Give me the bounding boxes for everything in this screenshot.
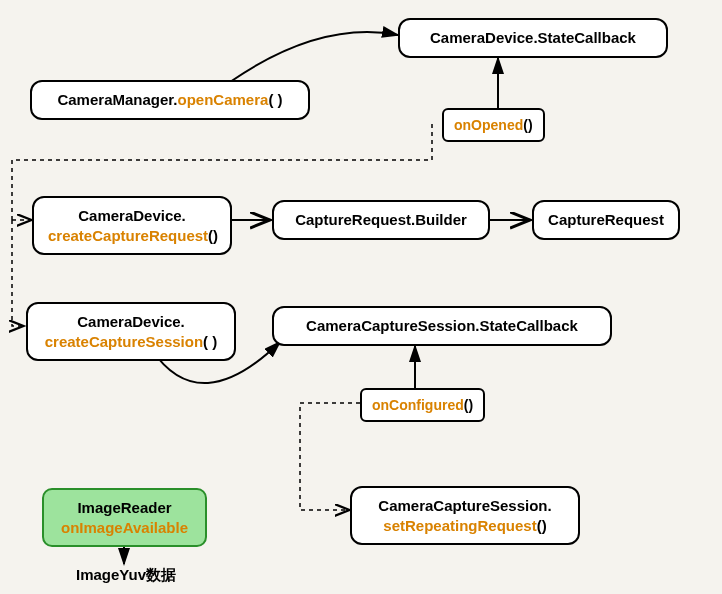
suffix: ()	[523, 117, 532, 133]
node-create-capture-request: CameraDevice. createCaptureRequest()	[32, 196, 232, 255]
label-image-yuv: ImageYuv数据	[76, 566, 176, 585]
text: CameraDevice.StateCallback	[430, 29, 636, 46]
node-state-callback: CameraDevice.StateCallback	[398, 18, 668, 58]
method: onConfigured	[372, 397, 464, 413]
method: onImageAvailable	[61, 519, 188, 536]
node-open-camera: CameraManager.openCamera( )	[30, 80, 310, 120]
method: createCaptureSession	[45, 333, 203, 350]
text: CaptureRequest.Builder	[295, 211, 467, 228]
suffix: ()	[464, 397, 473, 413]
prefix: CameraDevice.	[78, 207, 186, 224]
method: onOpened	[454, 117, 523, 133]
suffix: ()	[208, 227, 218, 244]
suffix: ( )	[268, 91, 282, 108]
text: CameraCaptureSession.StateCallback	[306, 317, 578, 334]
method: createCaptureRequest	[48, 227, 208, 244]
prefix: CameraCaptureSession.	[378, 497, 551, 514]
node-set-repeating-request: CameraCaptureSession. setRepeatingReques…	[350, 486, 580, 545]
suffix: ( )	[203, 333, 217, 350]
node-capture-request: CaptureRequest	[532, 200, 680, 240]
node-capture-request-builder: CaptureRequest.Builder	[272, 200, 490, 240]
node-on-opened: onOpened()	[442, 108, 545, 142]
method: setRepeatingRequest	[383, 517, 536, 534]
prefix: CameraManager.	[57, 91, 177, 108]
prefix: CameraDevice.	[77, 313, 185, 330]
node-image-reader: ImageReader onImageAvailable	[42, 488, 207, 547]
method: openCamera	[178, 91, 269, 108]
prefix: ImageReader	[77, 499, 171, 516]
node-on-configured: onConfigured()	[360, 388, 485, 422]
node-session-state-callback: CameraCaptureSession.StateCallback	[272, 306, 612, 346]
node-create-capture-session: CameraDevice. createCaptureSession( )	[26, 302, 236, 361]
suffix: ()	[537, 517, 547, 534]
text: CaptureRequest	[548, 211, 664, 228]
text: ImageYuv数据	[76, 566, 176, 583]
